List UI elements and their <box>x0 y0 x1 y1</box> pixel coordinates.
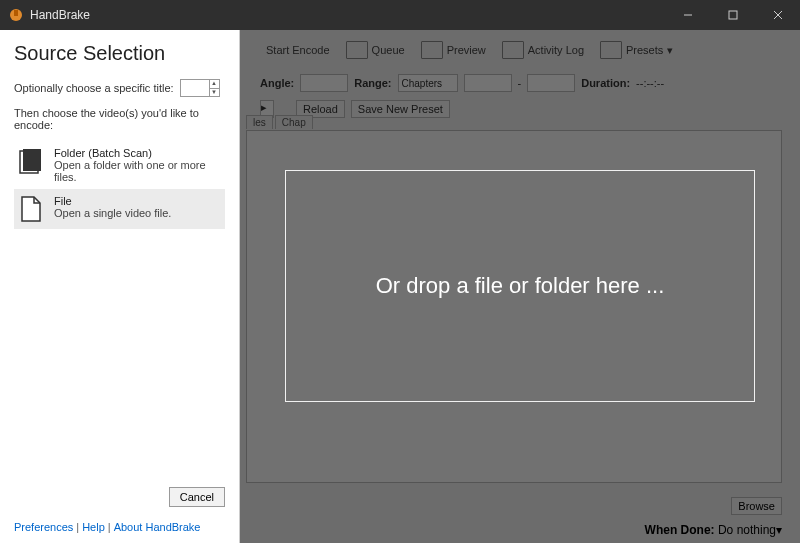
window-close-button[interactable] <box>755 0 800 30</box>
spinner-arrows: ▲ ▼ <box>209 80 219 96</box>
folder-option-sub: Open a folder with one or more files. <box>54 159 221 183</box>
preferences-link[interactable]: Preferences <box>14 521 73 533</box>
window-maximize-button[interactable] <box>710 0 755 30</box>
folder-icon <box>18 147 44 175</box>
source-option-folder[interactable]: Folder (Batch Scan) Open a folder with o… <box>14 141 225 189</box>
title-spinner[interactable]: ▲ ▼ <box>180 79 220 97</box>
folder-option-title: Folder (Batch Scan) <box>54 147 221 159</box>
window-minimize-button[interactable] <box>665 0 710 30</box>
drop-zone-text: Or drop a file or folder here ... <box>376 273 665 299</box>
then-choose-label: Then choose the video(s) you'd like to e… <box>14 107 225 131</box>
file-option-title: File <box>54 195 171 207</box>
app-logo-icon <box>8 7 24 23</box>
source-option-file[interactable]: File Open a single video file. <box>14 189 225 229</box>
specific-title-label: Optionally choose a specific title: <box>14 82 174 94</box>
drop-zone[interactable]: Or drop a file or folder here ... <box>285 170 755 402</box>
svg-rect-1 <box>14 10 18 16</box>
window: HandBrake Start Encode Queue Preview Act… <box>0 0 800 543</box>
help-link[interactable]: Help <box>82 521 105 533</box>
spinner-down-icon[interactable]: ▼ <box>210 89 219 97</box>
window-body: Start Encode Queue Preview Activity Log … <box>0 30 800 543</box>
svg-rect-7 <box>23 149 41 171</box>
about-link[interactable]: About HandBrake <box>114 521 201 533</box>
app-title: HandBrake <box>30 8 90 22</box>
file-icon <box>18 195 44 223</box>
source-selection-panel: Source Selection Optionally choose a spe… <box>0 30 240 543</box>
cancel-button[interactable]: Cancel <box>169 487 225 507</box>
file-option-sub: Open a single video file. <box>54 207 171 219</box>
title-spinner-input[interactable] <box>181 80 209 96</box>
spinner-up-icon[interactable]: ▲ <box>210 80 219 89</box>
titlebar: HandBrake <box>0 0 800 30</box>
footer-links: Preferences|Help|About HandBrake <box>14 521 225 533</box>
specific-title-row: Optionally choose a specific title: ▲ ▼ <box>14 79 225 97</box>
svg-rect-3 <box>729 11 737 19</box>
source-selection-title: Source Selection <box>14 42 225 65</box>
